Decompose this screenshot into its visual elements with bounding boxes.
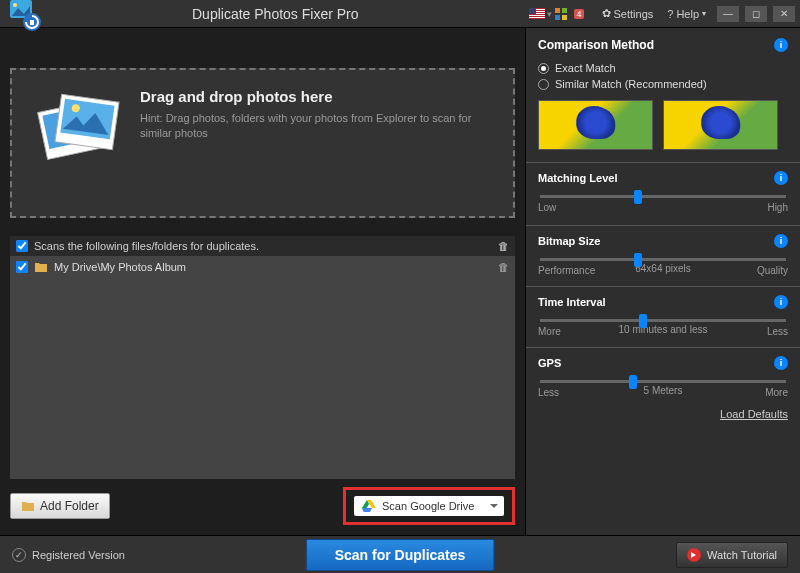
add-folder-button[interactable]: Add Folder xyxy=(10,493,110,519)
list-item-checkbox[interactable] xyxy=(16,261,28,273)
maximize-button[interactable]: ◻ xyxy=(744,5,768,23)
titlebar: Duplicate Photos Fixer Pro ▾ 4 ✿ Setting… xyxy=(0,0,800,28)
comparison-method-title: Comparison Method xyxy=(538,38,654,52)
left-panel: Drag and drop photos here Hint: Drag pho… xyxy=(0,28,525,535)
scan-list: My Drive\My Photos Album 🗑 xyxy=(10,256,515,479)
svg-rect-3 xyxy=(30,20,34,25)
svg-rect-10 xyxy=(529,8,536,14)
info-icon[interactable]: i xyxy=(774,38,788,52)
app-icon xyxy=(8,0,44,34)
footer: ✓ Registered Version Scan for Duplicates… xyxy=(0,535,800,573)
gear-icon: ✿ xyxy=(602,7,611,20)
radio-icon xyxy=(538,79,549,90)
drop-hint: Hint: Drag photos, folders with your pho… xyxy=(140,111,493,142)
gps-slider[interactable] xyxy=(540,380,786,383)
preview-thumb-left xyxy=(538,100,653,150)
matching-level-slider[interactable] xyxy=(540,195,786,198)
close-button[interactable]: ✕ xyxy=(772,5,796,23)
bitmap-size-title: Bitmap Size xyxy=(538,235,600,247)
svg-rect-13 xyxy=(555,15,560,20)
registered-status: ✓ Registered Version xyxy=(12,548,125,562)
info-icon[interactable]: i xyxy=(774,356,788,370)
time-interval-title: Time Interval xyxy=(538,296,606,308)
info-icon[interactable]: i xyxy=(774,234,788,248)
svg-point-1 xyxy=(13,3,17,7)
app-title: Duplicate Photos Fixer Pro xyxy=(192,6,359,22)
drop-title: Drag and drop photos here xyxy=(140,88,493,105)
notification-badge: 4 xyxy=(574,9,583,19)
scan-google-highlight: Scan Google Drive xyxy=(343,487,515,525)
trash-item-icon[interactable]: 🗑 xyxy=(498,261,509,273)
trash-all-icon[interactable]: 🗑 xyxy=(498,240,509,252)
preview-thumb-right xyxy=(663,100,778,150)
svg-rect-14 xyxy=(562,15,567,20)
list-item-path: My Drive\My Photos Album xyxy=(54,261,186,273)
notification-icon[interactable] xyxy=(554,7,568,21)
radio-exact-match[interactable]: Exact Match xyxy=(538,62,788,74)
svg-rect-9 xyxy=(529,17,545,18)
gps-title: GPS xyxy=(538,357,561,369)
radio-icon xyxy=(538,63,549,74)
matching-level-title: Matching Level xyxy=(538,172,617,184)
time-interval-slider[interactable] xyxy=(540,319,786,322)
scan-duplicates-button[interactable]: Scan for Duplicates xyxy=(306,539,495,571)
play-icon xyxy=(687,548,701,562)
info-icon[interactable]: i xyxy=(774,295,788,309)
flag-icon[interactable] xyxy=(529,8,545,19)
right-panel: Comparison Method i Exact Match Similar … xyxy=(525,28,800,535)
scan-google-drive-dropdown[interactable]: Scan Google Drive xyxy=(354,496,504,516)
folder-icon xyxy=(34,260,48,274)
bitmap-size-slider[interactable] xyxy=(540,258,786,261)
settings-link[interactable]: ✿ Settings xyxy=(602,7,654,20)
help-link[interactable]: ?Help▾ xyxy=(667,8,706,20)
info-icon[interactable]: i xyxy=(774,171,788,185)
add-folder-icon xyxy=(21,499,35,513)
check-icon: ✓ xyxy=(12,548,26,562)
google-drive-icon xyxy=(362,500,376,512)
svg-rect-8 xyxy=(529,15,545,16)
list-item[interactable]: My Drive\My Photos Album 🗑 xyxy=(10,256,515,278)
drop-zone[interactable]: Drag and drop photos here Hint: Drag pho… xyxy=(10,68,515,218)
svg-rect-12 xyxy=(562,8,567,13)
load-defaults-link[interactable]: Load Defaults xyxy=(538,408,788,420)
watch-tutorial-button[interactable]: Watch Tutorial xyxy=(676,542,788,568)
svg-rect-11 xyxy=(555,8,560,13)
photos-stack-icon xyxy=(32,88,122,178)
scan-list-header: Scans the following files/folders for du… xyxy=(10,236,515,256)
list-checkbox-all[interactable] xyxy=(16,240,28,252)
radio-similar-match[interactable]: Similar Match (Recommended) xyxy=(538,78,788,90)
minimize-button[interactable]: — xyxy=(716,5,740,23)
